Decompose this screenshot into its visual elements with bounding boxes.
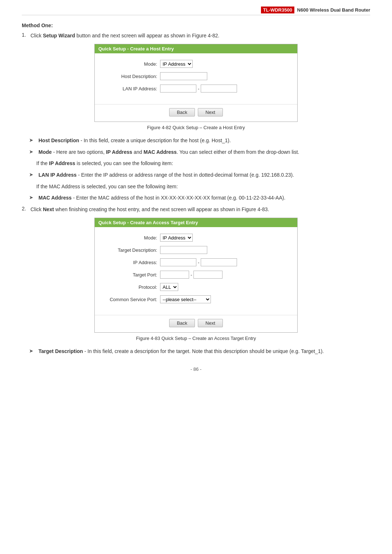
figure2-caption: Figure 4-83 Quick Setup – Create an Acce… [22,336,370,341]
port-sep: - [191,272,192,278]
bullet-content-5: Target Description - In this field, crea… [38,348,324,356]
bullet-content-1: Host Description - In this field, create… [38,137,231,145]
mode-label-2: Mode: [102,235,160,241]
bullet-content-2: Mode - Here are two options, IP Address … [38,148,299,156]
mode-select-2[interactable]: IP Address [160,234,193,242]
mode-bold: Mode [38,149,52,155]
target-port-input2[interactable] [193,271,222,279]
panel2-footer: Back Next [95,315,297,332]
mode-text-mid: and [132,149,143,155]
model-badge: TL-WDR3500 [261,7,294,13]
mode-control-2: IP Address [160,234,193,242]
if-note-1: If the IP Address is selected, you can s… [36,160,370,168]
target-desc-label: Target Description: [102,247,160,253]
page-wrapper: TL-WDR3500 N600 Wireless Dual Band Route… [0,0,392,554]
step-2-number: 2. [22,206,30,212]
mode-control: IP Address [160,60,193,68]
ip-address-label: IP Address: [102,260,160,265]
panel1-body: Mode: IP Address Host Description: [95,53,297,102]
if-note-2: If the MAC Address is selected, you can … [36,183,370,191]
target-desc-control [160,246,207,254]
common-service-select[interactable]: --please select-- [160,295,211,303]
panel1-next-button[interactable]: Next [198,108,223,116]
step-1-number: 1. [22,32,30,38]
method-heading: Method One: [22,22,370,28]
lan-ip-row: LAN IP Address: - [102,84,290,93]
panel1-back-button[interactable]: Back [169,108,195,116]
ip-address-control: - [160,258,237,266]
ip-address-input1[interactable] [160,258,196,266]
mode-text-after: . You can select either of them from the… [177,149,299,155]
ip-sep: - [198,260,199,265]
header-bar: TL-WDR3500 N600 Wireless Dual Band Route… [22,7,370,15]
lan-ip-bold: LAN IP Address [38,172,77,178]
bullet-arrow-4: ➤ [29,194,36,200]
panel1-header: Quick Setup - Create a Host Entry [95,44,297,53]
target-desc-bold: Target Description [38,348,83,354]
host-desc-row: Host Description: [102,71,290,81]
bullet-content-3: LAN IP Address - Enter the IP address or… [38,171,294,179]
protocol-control: ALL [160,283,178,291]
figure1-caption: Figure 4-82 Quick Setup – Create a Host … [22,125,370,130]
mac-address-label-bold: MAC Address [38,195,72,201]
target-port-input1[interactable] [160,271,189,279]
bullet-arrow-3: ➤ [29,172,36,177]
mac-address-bold: MAC Address [143,149,176,155]
protocol-row: Protocol: ALL [102,282,290,292]
target-desc-row: Target Description: [102,245,290,255]
protocol-select[interactable]: ALL [160,283,178,291]
bullet-content-4: MAC Address - Enter the MAC address of t… [38,194,285,202]
protocol-label: Protocol: [102,284,160,290]
bullet-arrow-5: ➤ [29,348,36,354]
mode-select[interactable]: IP Address [160,60,193,68]
next-bold: Next [43,206,54,212]
bullet-host-desc: ➤ Host Description - In this field, crea… [22,137,370,145]
host-desc-control [160,72,207,80]
target-port-control: - [160,271,222,279]
panel1-footer: Back Next [95,104,297,122]
panel-target-entry: Quick Setup - Create an Access Target En… [94,218,298,333]
mode-row-2: Mode: IP Address [102,233,290,242]
bullet-mode: ➤ Mode - Here are two options, IP Addres… [22,148,370,156]
common-service-label: Common Service Port: [102,297,160,302]
mode-row: Mode: IP Address [102,59,290,69]
host-desc-label: Host Description: [102,74,160,79]
host-desc-bold: Host Description [38,138,79,143]
bullet-lan-ip: ➤ LAN IP Address - Enter the IP address … [22,171,370,179]
step-1-block: 1. Click Setup Wizard button and the nex… [22,32,370,130]
mode-text-before: - Here are two options, [52,149,106,155]
ip-address-row: IP Address: - [102,258,290,267]
bullet-arrow-2: ➤ [29,149,36,155]
page-number: - 86 - [22,366,370,372]
panel2-back-button[interactable]: Back [169,319,195,327]
step-2-text: Click Next when finishing creating the h… [30,206,269,213]
common-service-row: Common Service Port: --please select-- [102,295,290,304]
bullet-target-desc: ➤ Target Description - In this field, cr… [22,348,370,356]
ip-address-input2[interactable] [201,258,237,266]
panel2-body: Mode: IP Address Target Description: [95,227,297,313]
bullet-mac-address: ➤ MAC Address - Enter the MAC address of… [22,194,370,202]
panel2-header: Quick Setup - Create an Access Target En… [95,218,297,227]
lan-ip-sep: - [198,86,199,91]
lan-ip-input2[interactable] [201,85,237,93]
target-port-label: Target Port: [102,272,160,278]
step-2-intro: 2. Click Next when finishing creating th… [22,206,370,213]
ip-address-bold: IP Address [106,149,132,155]
target-desc-input[interactable] [160,246,207,254]
page-title: N600 Wireless Dual Band Router [297,7,370,13]
target-port-row: Target Port: - [102,270,290,279]
panel2-next-button[interactable]: Next [198,319,223,327]
step-1-intro: 1. Click Setup Wizard button and the nex… [22,32,370,40]
lan-ip-control: - [160,85,237,93]
host-desc-input[interactable] [160,72,207,80]
mode-label: Mode: [102,61,160,67]
setup-wizard-bold: Setup Wizard [43,33,75,38]
panel-host-entry: Quick Setup - Create a Host Entry Mode: … [94,44,298,122]
lan-ip-input1[interactable] [160,85,196,93]
step-2-block: 2. Click Next when finishing creating th… [22,206,370,341]
if-note1-bold: IP Address [49,160,75,166]
bullet-arrow-1: ➤ [29,137,36,143]
common-service-control: --please select-- [160,295,211,303]
step-1-text: Click Setup Wizard button and the next s… [30,32,219,40]
lan-ip-label: LAN IP Address: [102,86,160,91]
